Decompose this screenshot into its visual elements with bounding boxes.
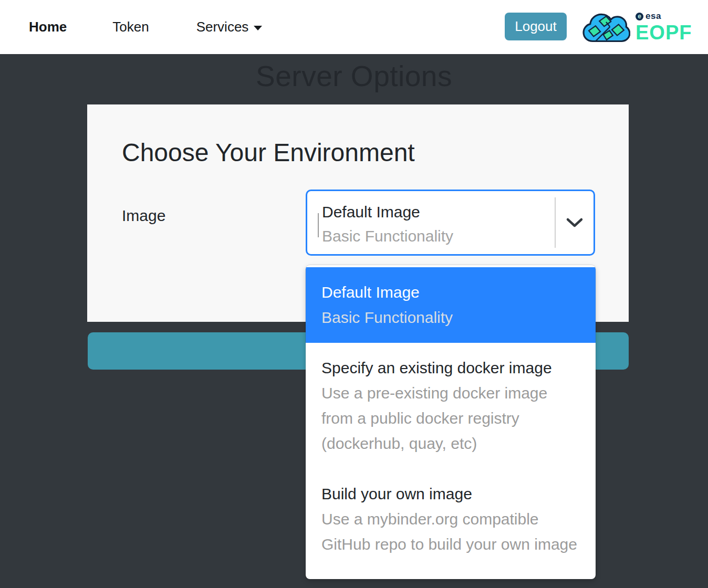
select-value-subtitle: Basic Functionality	[322, 224, 551, 248]
esa-wordmark: esa	[645, 11, 661, 22]
main-content: Server Options Choose Your Environment I…	[0, 54, 708, 588]
option-description: Basic Functionality	[321, 305, 580, 330]
caret-down-icon	[254, 26, 262, 30]
page: Home Token Services Logout	[0, 0, 708, 588]
eopf-cloud-icon	[582, 10, 630, 44]
brand-text: e esa EOPF	[636, 10, 692, 43]
option-description: Use a mybinder.org compatible GitHub rep…	[321, 507, 580, 557]
option-title: Specify an existing docker image	[321, 355, 580, 381]
nav-item-token[interactable]: Token	[112, 19, 149, 35]
nav-item-services-label: Services	[196, 19, 249, 35]
select-value-title: Default Image	[322, 200, 551, 224]
option-title: Default Image	[321, 280, 580, 305]
top-navbar: Home Token Services Logout	[0, 0, 708, 54]
card-heading: Choose Your Environment	[122, 138, 415, 167]
image-field-label: Image	[122, 207, 165, 225]
text-cursor	[318, 213, 319, 237]
brand-logo[interactable]: e esa EOPF	[582, 10, 692, 44]
nav-item-home[interactable]: Home	[29, 19, 67, 35]
nav-item-services[interactable]: Services	[196, 19, 263, 35]
eopf-wordmark: EOPF	[636, 22, 692, 43]
image-select-menu: Default Image Basic Functionality Specif…	[306, 265, 596, 579]
image-select[interactable]: Default Image Basic Functionality	[306, 190, 595, 256]
logout-button[interactable]: Logout	[505, 13, 567, 40]
option-title: Build your own image	[321, 481, 580, 507]
nav-links: Home Token Services	[0, 0, 262, 54]
option-description: Use a pre-existing docker image from a p…	[321, 381, 580, 456]
option-default-image[interactable]: Default Image Basic Functionality	[306, 267, 596, 343]
select-value: Default Image Basic Functionality	[322, 200, 551, 248]
page-title: Server Options	[0, 59, 708, 93]
option-existing-docker-image[interactable]: Specify an existing docker image Use a p…	[306, 343, 596, 469]
chevron-down-icon	[565, 217, 584, 228]
dropdown-indicator[interactable]	[556, 191, 594, 254]
option-build-your-own-image[interactable]: Build your own image Use a mybinder.org …	[306, 469, 596, 570]
esa-logo: e esa	[636, 12, 692, 21]
esa-ball-icon: e	[636, 13, 643, 20]
